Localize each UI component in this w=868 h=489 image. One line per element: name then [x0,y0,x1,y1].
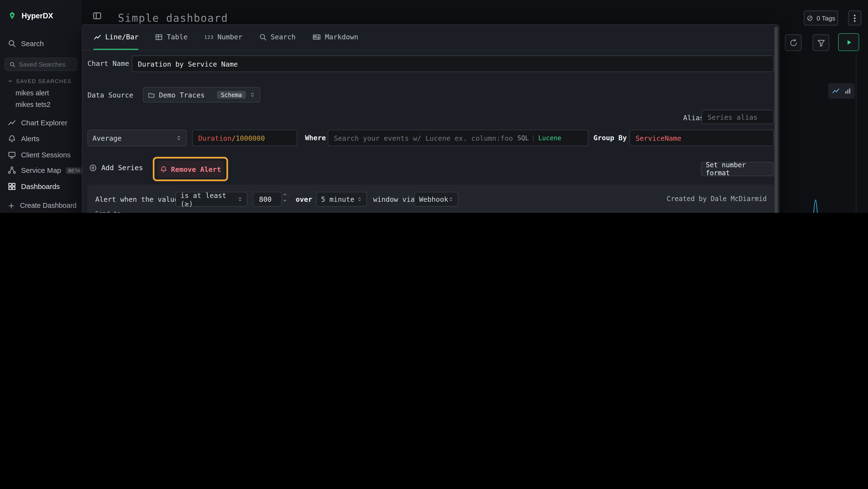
sidebar-item-search[interactable]: Search [8,39,44,48]
data-source-select[interactable]: Demo Traces Schema [143,87,260,102]
panel-collapse-icon [92,11,102,21]
saved-searches-header[interactable]: SAVED SEARCHES [8,78,72,84]
saved-searches-placeholder: Saved Searches [19,61,66,68]
where-placeholder: Search your events w/ Lucene ex. column:… [334,134,513,142]
lucene-toggle[interactable]: Lucene [538,134,561,142]
alert-created-by: Created by Dale McDiarmid [667,195,767,203]
chevron-updown-icon [250,91,255,98]
chevron-updown-icon [357,196,362,202]
search-icon [8,39,16,48]
field-suffix: /1000000 [231,134,265,142]
sidebar-item-alerts[interactable]: Alerts [8,135,39,143]
group-by-input[interactable]: ServiceName [629,130,774,146]
sidebar: HyperDX Search Saved Searches SAVED SEAR… [0,0,82,213]
send-to-label: Send to [95,210,121,213]
table-icon [155,33,163,41]
chart-type-tabbar: Line/Bar Table 123 Number Search Markdow… [83,25,779,51]
chevron-down-icon [282,198,287,203]
filter-icon [817,39,825,47]
markdown-icon [312,33,321,41]
where-input[interactable]: Search your events w/ Lucene ex. column:… [328,130,588,146]
alert-threshold-input[interactable] [253,192,282,207]
bar-chart-icon [844,87,851,95]
bell-icon [8,135,16,143]
chevron-updown-icon [448,196,454,202]
sql-toggle[interactable]: SQL [518,134,529,142]
alert-via-label: window via [373,195,415,203]
saved-search-item[interactable]: mikes alert [16,89,49,97]
plus-icon [8,202,15,209]
page-title: Simple dashboard [118,11,228,24]
alert-prefix: Alert when the value [95,195,179,203]
sidebar-item-client-sessions[interactable]: Client Sessions [8,151,71,159]
sidebar-collapse-button[interactable] [92,11,102,21]
brand[interactable]: HyperDX [8,11,53,20]
field-input[interactable]: Duration /1000000 [192,130,297,146]
dashboards-icon [8,182,16,191]
hyperdx-logo-icon [8,11,17,20]
sidebar-item-label: Search [21,39,44,48]
chevron-updown-icon [238,196,243,202]
aggregation-value: Average [92,134,176,142]
tags-button-label: 0 Tags [817,15,835,22]
bell-icon [160,165,167,173]
toggle-divider [533,135,534,142]
background-panel-border [856,53,856,213]
aggregation-select[interactable]: Average [88,130,187,146]
saved-search-item[interactable]: mikes tets2 [16,101,51,109]
kebab-icon [854,14,856,22]
chart-editor-modal: Line/Bar Table 123 Number Search Markdow… [82,24,779,213]
chevron-up-icon [282,192,287,197]
bg-chart-type-toggle[interactable] [828,83,855,98]
kebab-menu-button[interactable] [848,10,861,26]
tag-slash-icon [807,15,813,22]
refresh-button[interactable] [785,34,802,51]
alias-label: Alias [683,114,704,122]
chevron-down-icon [8,79,13,84]
alias-input[interactable] [702,110,774,124]
threshold-stepper[interactable] [282,192,287,203]
field-main: Duration [198,134,231,142]
background-chart [782,187,856,213]
line-chart-icon [8,118,16,127]
monitor-icon [8,151,16,159]
set-number-format-button[interactable]: Set number format [701,162,774,176]
bg-chart-series-line [783,200,855,213]
alert-config-panel: Alert when the value is at least (≥) ove… [88,185,774,213]
tab-markdown[interactable]: Markdown [312,25,358,50]
tags-button[interactable]: 0 Tags [804,10,838,26]
chart-name-label: Chart Name [88,59,129,67]
sidebar-item-service-map[interactable]: Service Map BETA [8,166,82,174]
sidebar-item-dashboards[interactable]: Dashboards [8,182,60,191]
tab-number[interactable]: 123 Number [204,25,242,50]
alert-window-select[interactable]: 5 minute [316,192,367,207]
beta-badge: BETA [66,167,82,174]
modal-scrollbar-thumb[interactable] [774,27,778,213]
service-map-icon [8,166,16,174]
remove-alert-button[interactable]: Remove Alert [157,161,224,177]
data-source-value: Demo Traces [159,90,213,99]
group-by-value: ServiceName [636,134,681,142]
chart-name-input[interactable] [132,56,774,72]
filter-button[interactable] [812,34,829,51]
search-icon [259,33,267,41]
run-query-button[interactable] [838,33,859,51]
brand-label: HyperDX [22,11,53,20]
folder-icon [148,91,155,98]
sidebar-item-chart-explorer[interactable]: Chart Explorer [8,118,67,127]
tab-line-bar[interactable]: Line/Bar [94,25,138,50]
alert-channel-select[interactable]: Webhook [414,192,458,207]
tab-search[interactable]: Search [259,25,296,50]
alert-condition-select[interactable]: is at least (≥) [176,192,247,207]
refresh-icon [789,39,797,47]
schema-badge: Schema [217,91,246,99]
search-icon [9,61,16,67]
plus-circle-icon [89,164,97,171]
alert-over-label: over [296,195,312,203]
create-dashboard-button[interactable]: Create Dashboard [8,202,76,209]
add-series-button[interactable]: Add Series [89,164,143,172]
saved-searches-input[interactable]: Saved Searches [4,58,78,71]
page-root: Simple dashboard 0 Tags 10:35:00 AM Hype… [0,0,868,213]
where-label: Where [305,134,326,142]
tab-table[interactable]: Table [155,25,188,50]
